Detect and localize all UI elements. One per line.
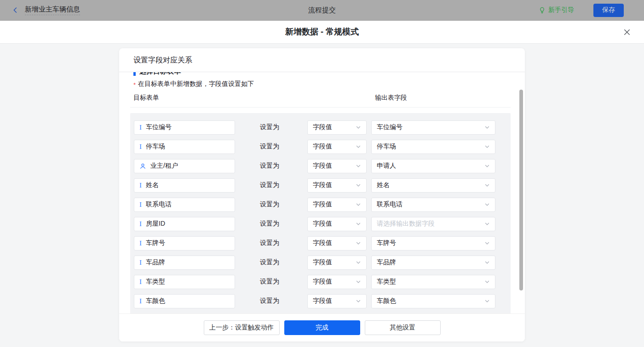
scrollbar-thumb[interactable] (519, 90, 523, 290)
target-field-box[interactable]: I 停车场 (134, 140, 235, 154)
chevron-down-icon (484, 279, 490, 284)
beginner-guide-link[interactable]: 新手引导 (539, 6, 574, 14)
set-as-label: 设置为 (260, 142, 280, 151)
section-marker (133, 72, 136, 76)
value-mode-select[interactable]: 字段值 (307, 159, 367, 173)
value-mode-selected: 字段值 (313, 258, 332, 267)
done-button[interactable]: 完成 (284, 320, 360, 335)
text-field-icon: I (139, 143, 142, 150)
chevron-down-icon (356, 260, 361, 265)
output-field-select[interactable]: 车牌号 (371, 236, 495, 250)
chevron-down-icon (356, 144, 361, 149)
value-mode-select[interactable]: 字段值 (307, 236, 367, 250)
table-row: I 姓名 设置为 字段值 姓名 (134, 176, 507, 195)
value-mode-selected: 字段值 (313, 123, 332, 131)
value-mode-select[interactable]: 字段值 (307, 178, 367, 193)
text-field-icon: I (139, 221, 142, 228)
value-mode-select[interactable]: 字段值 (307, 275, 367, 289)
value-mode-selected: 字段值 (313, 220, 332, 228)
text-field-icon: I (139, 298, 142, 305)
chevron-down-icon (484, 125, 490, 130)
modal-title: 新增数据 - 常规模式 (0, 21, 644, 43)
table-row: I 车类型 设置为 字段值 车类型 (134, 272, 507, 291)
value-mode-select[interactable]: 字段值 (307, 217, 367, 231)
set-as-label: 设置为 (260, 297, 280, 305)
value-mode-selected: 字段值 (313, 181, 332, 189)
output-field-select[interactable]: 申请人 (371, 159, 495, 173)
instruction-text: 在目标表单中新增数据，字段值设置如下 (138, 80, 254, 88)
target-field-box[interactable]: I 车颜色 (134, 294, 235, 308)
output-field-selected: 车位编号 (377, 123, 402, 131)
header-separator (130, 107, 511, 108)
other-settings-button[interactable]: 其他设置 (365, 320, 441, 335)
target-field-box[interactable]: I 车类型 (134, 275, 235, 289)
target-field-box[interactable]: I 车位编号 (134, 120, 235, 135)
value-mode-select[interactable]: 字段值 (307, 256, 367, 270)
value-mode-selected: 字段值 (313, 200, 332, 209)
value-mode-select[interactable]: 字段值 (307, 198, 367, 212)
target-field-label: 房屋ID (146, 220, 165, 228)
chevron-down-icon (484, 144, 490, 149)
output-field-selected: 车颜色 (377, 297, 396, 305)
chevron-down-icon (484, 298, 490, 304)
set-as-label: 设置为 (260, 239, 280, 247)
target-field-label: 姓名 (146, 181, 159, 189)
chevron-down-icon (484, 202, 490, 207)
chevron-down-icon (356, 163, 361, 169)
value-mode-select[interactable]: 字段值 (307, 120, 367, 135)
prev-step-button[interactable]: 上一步：设置触发动作 (204, 320, 280, 335)
output-field-select[interactable]: 姓名 (371, 178, 495, 193)
output-field-select[interactable]: 请选择输出数据字段 (371, 217, 495, 231)
target-field-box[interactable]: I 联系电话 (134, 198, 235, 212)
tab-process-submit[interactable]: 流程提交 (308, 6, 336, 15)
set-as-label: 设置为 (260, 181, 280, 189)
topbar: 新增业主车辆信息 流程提交 新手引导 保存 (0, 0, 644, 21)
column-header-target-form: 目标表单 (133, 94, 159, 101)
table-row: I 停车场 设置为 字段值 停车场 (134, 137, 507, 156)
value-mode-select[interactable]: 字段值 (307, 140, 367, 154)
output-field-select[interactable]: 车位编号 (371, 120, 495, 135)
output-field-select[interactable]: 车品牌 (371, 256, 495, 270)
chevron-down-icon (484, 260, 490, 265)
table-row: I 联系电话 设置为 字段值 联系电话 (134, 195, 507, 214)
set-as-label: 设置为 (260, 162, 280, 170)
output-field-selected: 姓名 (377, 181, 390, 189)
user-icon (139, 163, 146, 170)
output-field-select[interactable]: 车类型 (371, 275, 495, 289)
text-field-icon: I (139, 182, 142, 189)
target-field-box[interactable]: I 业主/租户 (134, 159, 235, 173)
panel-footer: 上一步：设置触发动作 完成 其他设置 (119, 313, 525, 341)
set-as-label: 设置为 (260, 200, 280, 209)
panel-scroll-area: 选择目标表单 * 在目标表单中新增数据，字段值设置如下 目标表单 输出表字段 I… (119, 72, 525, 313)
target-field-label: 车位编号 (146, 123, 172, 131)
target-field-label: 停车场 (146, 142, 165, 151)
close-icon (623, 28, 631, 36)
close-button[interactable] (622, 27, 632, 37)
target-field-label: 车颜色 (146, 297, 165, 305)
table-row: I 车颜色 设置为 字段值 车颜色 (134, 291, 507, 311)
target-field-box[interactable]: I 车品牌 (134, 256, 235, 270)
text-field-icon: I (139, 240, 142, 247)
lightbulb-icon (539, 6, 546, 14)
target-field-label: 车牌号 (146, 239, 165, 247)
output-field-select[interactable]: 车颜色 (371, 294, 495, 308)
field-mapping-panel: 设置字段对应关系 选择目标表单 * 在目标表单中新增数据，字段值设置如下 目标表… (119, 48, 525, 341)
output-field-select[interactable]: 联系电话 (371, 198, 495, 212)
table-row: I 车品牌 设置为 字段值 车品牌 (134, 253, 507, 272)
table-row: I 房屋ID 设置为 字段值 请选择输出数据字段 (134, 214, 507, 233)
text-field-icon: I (139, 259, 142, 266)
value-mode-select[interactable]: 字段值 (307, 294, 367, 308)
target-field-box[interactable]: I 车牌号 (134, 236, 235, 250)
target-field-box[interactable]: I 房屋ID (134, 217, 235, 231)
chevron-down-icon (356, 202, 361, 207)
chevron-down-icon (356, 279, 361, 284)
chevron-down-icon (484, 221, 490, 227)
output-field-select[interactable]: 停车场 (371, 140, 495, 154)
target-field-label: 车类型 (146, 278, 165, 286)
table-row: I 业主/租户 设置为 字段值 申请人 (134, 156, 507, 176)
back-button[interactable]: 新增业主车辆信息 (12, 5, 80, 15)
output-field-selected: 联系电话 (377, 200, 402, 209)
save-button[interactable]: 保存 (593, 4, 624, 17)
instruction-line: * 在目标表单中新增数据，字段值设置如下 (133, 80, 511, 88)
target-field-box[interactable]: I 姓名 (134, 178, 235, 193)
